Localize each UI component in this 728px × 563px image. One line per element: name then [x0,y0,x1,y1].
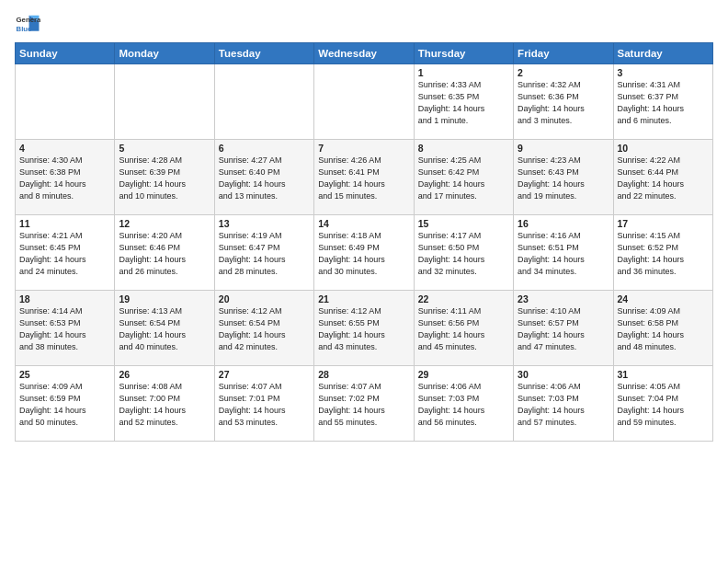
calendar-cell: 27Sunrise: 4:07 AM Sunset: 7:01 PM Dayli… [214,366,313,442]
day-number: 12 [119,218,210,229]
day-info: Sunrise: 4:11 AM Sunset: 6:56 PM Dayligh… [418,305,509,353]
day-number: 6 [219,143,310,154]
weekday-header: Sunday [16,43,115,64]
weekday-header: Tuesday [214,43,313,64]
calendar-cell: 6Sunrise: 4:27 AM Sunset: 6:40 PM Daylig… [214,140,313,215]
day-number: 2 [518,67,609,78]
calendar-cell: 18Sunrise: 4:14 AM Sunset: 6:53 PM Dayli… [16,291,115,366]
day-number: 8 [418,143,509,154]
calendar-cell: 22Sunrise: 4:11 AM Sunset: 6:56 PM Dayli… [414,291,513,366]
day-number: 11 [19,218,110,229]
calendar-cell: 23Sunrise: 4:10 AM Sunset: 6:57 PM Dayli… [514,291,613,366]
day-info: Sunrise: 4:06 AM Sunset: 7:03 PM Dayligh… [418,381,509,429]
calendar-cell: 12Sunrise: 4:20 AM Sunset: 6:46 PM Dayli… [115,215,214,291]
weekday-header: Monday [115,43,214,64]
calendar-cell: 16Sunrise: 4:16 AM Sunset: 6:51 PM Dayli… [514,215,613,291]
calendar-cell [16,64,115,140]
calendar-cell: 20Sunrise: 4:12 AM Sunset: 6:54 PM Dayli… [214,291,313,366]
calendar-cell: 8Sunrise: 4:25 AM Sunset: 6:42 PM Daylig… [414,140,513,215]
day-number: 29 [418,369,509,380]
calendar-cell: 17Sunrise: 4:15 AM Sunset: 6:52 PM Dayli… [613,215,712,291]
logo: General Blue [15,11,40,37]
day-info: Sunrise: 4:07 AM Sunset: 7:02 PM Dayligh… [318,381,409,429]
day-info: Sunrise: 4:23 AM Sunset: 6:43 PM Dayligh… [518,155,609,202]
day-info: Sunrise: 4:19 AM Sunset: 6:47 PM Dayligh… [219,230,310,278]
day-info: Sunrise: 4:28 AM Sunset: 6:39 PM Dayligh… [119,155,210,202]
calendar-cell: 10Sunrise: 4:22 AM Sunset: 6:44 PM Dayli… [613,140,712,215]
calendar-cell: 4Sunrise: 4:30 AM Sunset: 6:38 PM Daylig… [16,140,115,215]
day-info: Sunrise: 4:08 AM Sunset: 7:00 PM Dayligh… [119,381,210,429]
weekday-header-row: SundayMondayTuesdayWednesdayThursdayFrid… [16,43,713,64]
day-number: 13 [219,218,310,229]
day-info: Sunrise: 4:20 AM Sunset: 6:46 PM Dayligh… [119,230,210,278]
calendar-cell: 24Sunrise: 4:09 AM Sunset: 6:58 PM Dayli… [613,291,712,366]
day-info: Sunrise: 4:09 AM Sunset: 6:59 PM Dayligh… [19,381,110,429]
day-number: 26 [119,369,210,380]
day-info: Sunrise: 4:21 AM Sunset: 6:45 PM Dayligh… [19,230,110,278]
calendar-week-row: 11Sunrise: 4:21 AM Sunset: 6:45 PM Dayli… [16,215,713,291]
logo-icon: General Blue [15,11,40,37]
day-number: 23 [518,293,609,304]
calendar-cell: 11Sunrise: 4:21 AM Sunset: 6:45 PM Dayli… [16,215,115,291]
page: General Blue SundayMondayTuesdayWednesda… [0,0,728,563]
weekday-header: Thursday [414,43,513,64]
day-number: 20 [219,293,310,304]
day-number: 9 [518,143,609,154]
day-info: Sunrise: 4:07 AM Sunset: 7:01 PM Dayligh… [219,381,310,429]
svg-text:General: General [17,16,40,24]
calendar-cell: 9Sunrise: 4:23 AM Sunset: 6:43 PM Daylig… [514,140,613,215]
day-number: 19 [119,293,210,304]
calendar-cell: 31Sunrise: 4:05 AM Sunset: 7:04 PM Dayli… [613,366,712,442]
day-info: Sunrise: 4:15 AM Sunset: 6:52 PM Dayligh… [618,230,709,278]
calendar-cell [314,64,414,140]
calendar-week-row: 4Sunrise: 4:30 AM Sunset: 6:38 PM Daylig… [16,140,713,215]
calendar-cell: 2Sunrise: 4:32 AM Sunset: 6:36 PM Daylig… [514,64,613,140]
day-number: 16 [518,218,609,229]
day-info: Sunrise: 4:30 AM Sunset: 6:38 PM Dayligh… [19,155,110,202]
header: General Blue [15,11,713,37]
day-number: 4 [19,143,110,154]
day-number: 10 [618,143,709,154]
day-number: 5 [119,143,210,154]
day-info: Sunrise: 4:10 AM Sunset: 6:57 PM Dayligh… [518,305,609,353]
day-info: Sunrise: 4:22 AM Sunset: 6:44 PM Dayligh… [618,155,709,202]
day-info: Sunrise: 4:26 AM Sunset: 6:41 PM Dayligh… [318,155,409,202]
calendar-cell: 13Sunrise: 4:19 AM Sunset: 6:47 PM Dayli… [214,215,313,291]
calendar-cell: 19Sunrise: 4:13 AM Sunset: 6:54 PM Dayli… [115,291,214,366]
day-info: Sunrise: 4:06 AM Sunset: 7:03 PM Dayligh… [518,381,609,429]
day-number: 18 [19,293,110,304]
calendar-week-row: 18Sunrise: 4:14 AM Sunset: 6:53 PM Dayli… [16,291,713,366]
day-info: Sunrise: 4:14 AM Sunset: 6:53 PM Dayligh… [19,305,110,353]
day-info: Sunrise: 4:25 AM Sunset: 6:42 PM Dayligh… [418,155,509,202]
calendar-cell: 21Sunrise: 4:12 AM Sunset: 6:55 PM Dayli… [314,291,414,366]
day-number: 1 [418,67,509,78]
day-number: 24 [618,293,709,304]
calendar: SundayMondayTuesdayWednesdayThursdayFrid… [15,42,713,442]
calendar-week-row: 1Sunrise: 4:33 AM Sunset: 6:35 PM Daylig… [16,64,713,140]
day-number: 3 [618,67,709,78]
day-number: 21 [318,293,409,304]
day-info: Sunrise: 4:17 AM Sunset: 6:50 PM Dayligh… [418,230,509,278]
day-info: Sunrise: 4:32 AM Sunset: 6:36 PM Dayligh… [518,79,609,127]
calendar-cell: 25Sunrise: 4:09 AM Sunset: 6:59 PM Dayli… [16,366,115,442]
day-info: Sunrise: 4:16 AM Sunset: 6:51 PM Dayligh… [518,230,609,278]
weekday-header: Friday [514,43,613,64]
day-number: 28 [318,369,409,380]
calendar-week-row: 25Sunrise: 4:09 AM Sunset: 6:59 PM Dayli… [16,366,713,442]
day-info: Sunrise: 4:12 AM Sunset: 6:55 PM Dayligh… [318,305,409,353]
calendar-cell: 7Sunrise: 4:26 AM Sunset: 6:41 PM Daylig… [314,140,414,215]
calendar-cell [115,64,214,140]
day-number: 25 [19,369,110,380]
day-info: Sunrise: 4:31 AM Sunset: 6:37 PM Dayligh… [618,79,709,127]
day-info: Sunrise: 4:09 AM Sunset: 6:58 PM Dayligh… [618,305,709,353]
day-number: 7 [318,143,409,154]
calendar-cell: 1Sunrise: 4:33 AM Sunset: 6:35 PM Daylig… [414,64,513,140]
calendar-cell: 29Sunrise: 4:06 AM Sunset: 7:03 PM Dayli… [414,366,513,442]
calendar-cell [214,64,313,140]
calendar-cell: 3Sunrise: 4:31 AM Sunset: 6:37 PM Daylig… [613,64,712,140]
day-number: 15 [418,218,509,229]
calendar-cell: 30Sunrise: 4:06 AM Sunset: 7:03 PM Dayli… [514,366,613,442]
day-number: 17 [618,218,709,229]
day-number: 14 [318,218,409,229]
day-info: Sunrise: 4:27 AM Sunset: 6:40 PM Dayligh… [219,155,310,202]
